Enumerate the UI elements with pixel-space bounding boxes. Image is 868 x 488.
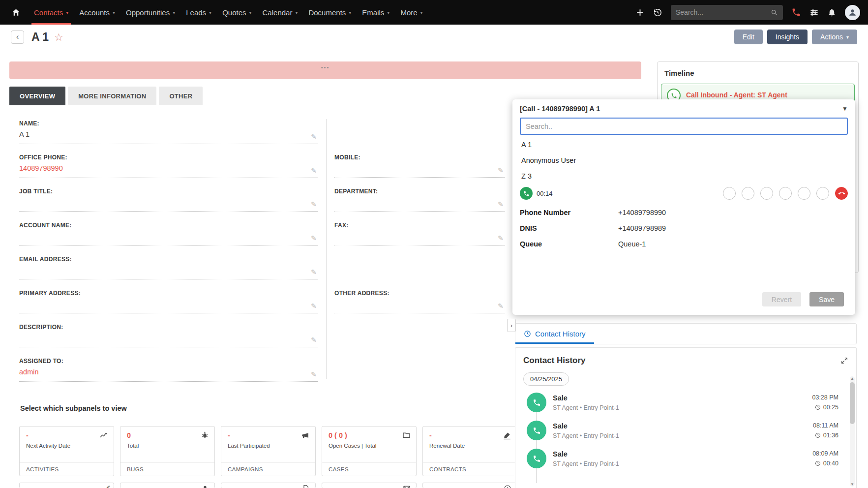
call-control-button[interactable]	[779, 187, 792, 200]
chevron-down-icon: ▾	[846, 34, 849, 40]
subpanel-card-partial[interactable]	[221, 483, 316, 488]
collapse-dots-icon[interactable]: •••	[321, 64, 330, 70]
edit-pencil-icon[interactable]: ✎	[311, 167, 317, 174]
nav-item-contacts[interactable]: Contacts ▾	[29, 0, 74, 25]
call-control-button[interactable]	[723, 187, 736, 200]
settings-sliders-icon[interactable]	[809, 8, 819, 17]
history-icon[interactable]	[653, 8, 662, 17]
crm-screen: Contacts ▾ Accounts ▾ Opportunities ▾ Le…	[0, 0, 868, 488]
assigned-user-link[interactable]: admin	[19, 368, 39, 376]
nav-item-label: Leads	[186, 8, 206, 17]
clock-icon	[815, 460, 821, 466]
edit-pencil-icon[interactable]: ✎	[498, 201, 504, 208]
entry-title: Sale	[553, 394, 619, 402]
subpanel-card-cases[interactable]: 0 ( 0 ) Open Cases | Total CASES	[322, 426, 417, 476]
edit-pencil-icon[interactable]: ✎	[311, 269, 317, 275]
field-value-row: ✎	[334, 297, 505, 313]
quick-create-plus-icon[interactable]	[635, 8, 645, 17]
phone-link[interactable]: 14089798990	[19, 164, 63, 172]
notification-banner: •••	[9, 61, 641, 79]
entry-main: Sale ST Agent • Entry Point-1	[553, 393, 619, 411]
contact-history-title: Contact History	[523, 356, 586, 366]
search-icon[interactable]	[771, 9, 778, 16]
edit-button[interactable]: Edit	[734, 30, 763, 44]
field-label: EMAIL ADDRESS:	[19, 256, 318, 263]
subpanel-card-activities[interactable]: - Next Activity Date ACTIVITIES	[19, 426, 114, 476]
edit-pencil-icon[interactable]: ✎	[311, 371, 317, 378]
subpanel-card-campaigns[interactable]: - Last Participated CAMPAIGNS	[221, 426, 316, 476]
clock-icon	[504, 485, 511, 488]
subpanel-card-partial[interactable]	[422, 483, 517, 488]
contact-history-tabbar: Contact History	[515, 323, 857, 344]
edit-pencil-icon[interactable]: ✎	[498, 303, 504, 309]
history-entry[interactable]: Sale ST Agent • Entry Point-1 08:09 AM 0…	[523, 449, 856, 468]
favorite-star-icon[interactable]: ☆	[54, 32, 63, 42]
notifications-bell-icon[interactable]	[827, 8, 837, 17]
call-contact-selector[interactable]: [Call - 14089798990] A 1 ▼	[520, 105, 848, 113]
edit-pencil-icon[interactable]: ✎	[311, 336, 317, 343]
global-search-input[interactable]	[676, 8, 768, 16]
top-navbar: Contacts ▾ Accounts ▾ Opportunities ▾ Le…	[0, 0, 868, 25]
call-field-phone-number: Phone Number +14089798990	[520, 209, 848, 216]
nav-item-quotes[interactable]: Quotes ▾	[217, 0, 257, 25]
nav-item-more[interactable]: More ▾	[395, 0, 428, 25]
revert-button[interactable]: Revert	[762, 292, 801, 306]
field-description: DESCRIPTION: ✎	[19, 321, 318, 355]
edit-pencil-icon[interactable]: ✎	[498, 235, 504, 242]
nav-item-opportunities[interactable]: Opportunities ▾	[120, 0, 180, 25]
card-metric: Next Activity Date	[26, 443, 107, 449]
edit-pencil-icon[interactable]: ✎	[311, 133, 317, 140]
nav-item-emails[interactable]: Emails ▾	[357, 0, 395, 25]
actions-button[interactable]: Actions ▾	[812, 30, 857, 44]
contact-search-input[interactable]	[520, 118, 848, 135]
history-entry[interactable]: Sale ST Agent • Entry Point-1 03:28 PM 0…	[523, 393, 856, 412]
save-button[interactable]: Save	[809, 292, 844, 306]
expand-icon[interactable]	[840, 357, 848, 365]
chevron-left-icon: ‹	[16, 32, 19, 42]
field-label: DESCRIPTION:	[19, 324, 318, 331]
contact-option[interactable]: A 1	[520, 137, 848, 152]
subpanel-card-partial[interactable]	[322, 483, 417, 488]
subpanel-card-partial[interactable]	[120, 483, 215, 488]
contact-option[interactable]: Anonymous User	[520, 152, 848, 168]
softphone-icon[interactable]	[791, 7, 801, 17]
scroll-up-arrow-icon[interactable]: ▲	[850, 376, 855, 381]
back-button[interactable]: ‹	[11, 30, 24, 44]
home-icon[interactable]	[8, 0, 24, 25]
chevron-down-icon: ▾	[66, 10, 68, 15]
call-control-button[interactable]	[742, 187, 754, 200]
insights-button[interactable]: Insights	[767, 30, 808, 44]
field-email-address: EMAIL ADDRESS: ✎	[19, 253, 318, 287]
call-control-button[interactable]	[816, 187, 829, 200]
page-title: A 1	[31, 30, 49, 44]
scroll-down-arrow-icon[interactable]: ▼	[850, 482, 855, 487]
panel-collapse-handle[interactable]: ›	[507, 319, 516, 332]
tab-other[interactable]: OTHER	[159, 87, 203, 105]
call-control-button[interactable]	[798, 187, 810, 200]
nav-item-leads[interactable]: Leads ▾	[180, 0, 217, 25]
subpanel-card-partial[interactable]: ƒ	[19, 483, 114, 488]
chevron-down-icon: ▾	[113, 10, 115, 15]
nav-item-label: Accounts	[79, 8, 110, 17]
contact-option[interactable]: Z 3	[520, 168, 848, 184]
call-control-button[interactable]	[760, 187, 773, 200]
edit-pencil-icon[interactable]: ✎	[311, 201, 317, 208]
user-avatar[interactable]	[845, 5, 860, 20]
tab-overview[interactable]: OVERVIEW	[9, 87, 65, 105]
scrollbar-thumb[interactable]	[850, 382, 855, 424]
record-tabs: OVERVIEW MORE INFORMATION OTHER	[9, 87, 203, 105]
tab-contact-history[interactable]: Contact History	[515, 324, 594, 344]
nav-item-documents[interactable]: Documents ▾	[303, 0, 357, 25]
edit-pencil-icon[interactable]: ✎	[311, 303, 317, 309]
edit-pencil-icon[interactable]: ✎	[498, 167, 504, 174]
edit-pencil-icon[interactable]: ✎	[311, 235, 317, 242]
tab-more-information[interactable]: MORE INFORMATION	[68, 87, 156, 105]
subpanel-card-bugs[interactable]: 0 Total BUGS	[120, 426, 215, 476]
nav-item-calendar[interactable]: Calendar ▾	[257, 0, 303, 25]
history-entry[interactable]: Sale ST Agent • Entry Point-1 08:11 AM 0…	[523, 421, 856, 440]
nav-item-accounts[interactable]: Accounts ▾	[74, 0, 120, 25]
dropdown-caret-icon[interactable]: ▼	[842, 105, 848, 112]
subpanel-card-contracts[interactable]: - Renewal Date CONTRACTS	[422, 426, 517, 476]
field-value-row: ✎	[19, 229, 318, 245]
end-call-button[interactable]	[835, 187, 848, 200]
